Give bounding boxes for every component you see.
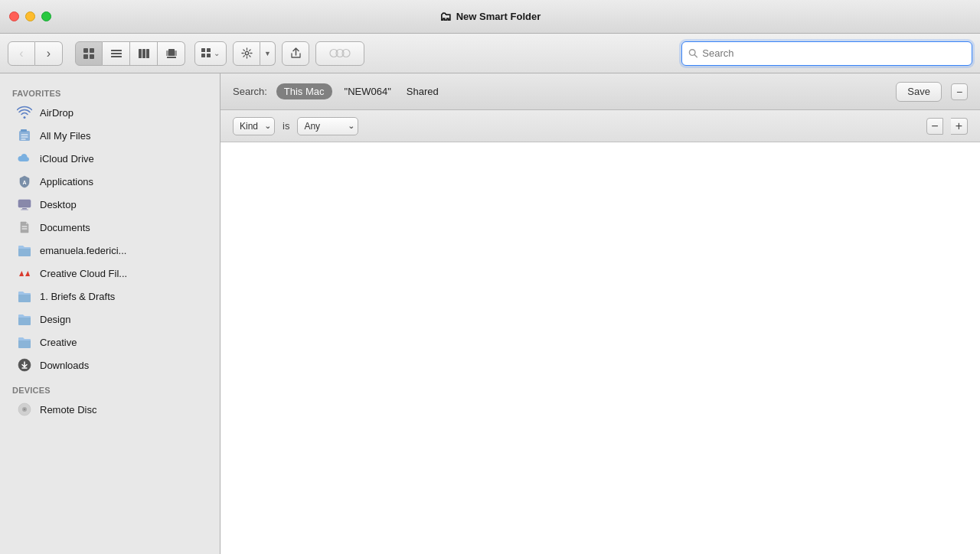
search-box[interactable] <box>681 41 972 66</box>
sidebar-item-label: Creative <box>40 337 77 348</box>
gear-chevron-icon: ▼ <box>264 50 271 57</box>
sidebar-item-remote-disc[interactable]: Remote Disc <box>5 398 215 421</box>
content-area: Search: This Mac "NEW064" Shared Save − … <box>220 73 980 554</box>
svg-rect-3 <box>90 54 94 59</box>
sidebar-item-label: Downloads <box>40 360 89 371</box>
search-icon <box>688 48 697 58</box>
svg-rect-17 <box>207 54 211 57</box>
svg-rect-32 <box>21 210 28 210</box>
sidebar-item-label: Applications <box>40 176 93 187</box>
sidebar-item-all-my-files[interactable]: All My Files <box>5 124 215 147</box>
window-title: 🗂 New Smart Folder <box>439 10 541 24</box>
search-label: Search: <box>233 86 267 97</box>
remove-filter-button[interactable]: − <box>926 118 943 135</box>
wifi-icon <box>17 105 32 120</box>
applications-icon: A <box>17 174 32 189</box>
this-mac-option[interactable]: This Mac <box>276 83 332 99</box>
svg-rect-13 <box>167 57 176 58</box>
favorites-label: Favorites <box>0 80 220 101</box>
close-button[interactable] <box>9 11 19 21</box>
file-content-area <box>220 142 980 554</box>
svg-rect-4 <box>111 50 122 51</box>
group-icon <box>201 48 212 59</box>
save-button[interactable]: Save <box>896 82 942 102</box>
desktop-icon <box>17 197 32 212</box>
title-folder-icon: 🗂 <box>439 10 452 24</box>
sidebar-item-airdrop[interactable]: AirDrop <box>5 101 215 124</box>
back-button[interactable]: ‹ <box>8 41 35 66</box>
toolbar: ‹ › <box>0 34 980 73</box>
title-bar: 🗂 New Smart Folder <box>0 0 980 34</box>
share-button[interactable] <box>282 41 309 66</box>
kind-select-wrapper: Kind ⌄ <box>233 117 275 135</box>
filter-row: Kind ⌄ is Any ⌄ − + <box>220 110 980 142</box>
sidebar-item-label: Creative Cloud Fil... <box>40 268 127 279</box>
tag-button[interactable] <box>315 41 364 66</box>
svg-rect-1 <box>90 48 94 53</box>
svg-rect-15 <box>207 48 211 52</box>
remove-search-button[interactable]: − <box>951 83 968 100</box>
action-button-group: ▼ <box>233 41 276 66</box>
main-area: Favorites AirDrop <box>0 73 980 554</box>
folder-icon <box>17 334 32 350</box>
svg-rect-7 <box>139 49 142 58</box>
svg-rect-2 <box>83 54 88 59</box>
gear-button[interactable] <box>233 41 260 66</box>
forward-icon: › <box>47 47 51 60</box>
sidebar-item-downloads[interactable]: Downloads <box>5 354 215 376</box>
folder-icon <box>17 311 32 327</box>
cloud-icon <box>17 151 32 166</box>
sidebar-item-creative-cloud[interactable]: Creative Cloud Fil... <box>5 262 215 285</box>
list-view-button[interactable] <box>103 41 130 66</box>
sidebar-item-briefs-drafts[interactable]: 1. Briefs & Drafts <box>5 285 215 308</box>
add-filter-button[interactable]: + <box>951 118 968 135</box>
group-by-button[interactable]: ⌄ <box>194 41 227 66</box>
minimize-button[interactable] <box>25 11 35 21</box>
sidebar-item-icloud-drive[interactable]: iCloud Drive <box>5 147 215 170</box>
svg-rect-12 <box>175 51 177 56</box>
svg-rect-25 <box>21 129 27 132</box>
columns-icon <box>138 47 150 60</box>
new064-option[interactable]: "NEW064" <box>341 84 394 99</box>
gear-chevron-button[interactable]: ▼ <box>260 41 276 66</box>
svg-rect-0 <box>83 48 88 53</box>
files-icon <box>17 128 32 143</box>
documents-icon <box>17 220 32 235</box>
sidebar-item-design[interactable]: Design <box>5 308 215 331</box>
svg-point-39 <box>24 409 25 410</box>
svg-rect-8 <box>142 49 145 58</box>
search-input[interactable] <box>702 47 965 59</box>
traffic-lights <box>9 11 51 21</box>
list-icon <box>110 47 122 60</box>
any-select-wrapper: Any ⌄ <box>297 117 358 135</box>
sidebar-item-desktop[interactable]: Desktop <box>5 193 215 216</box>
svg-rect-9 <box>146 49 149 58</box>
shared-option[interactable]: Shared <box>403 84 442 99</box>
sidebar-item-applications[interactable]: A Applications <box>5 170 215 193</box>
svg-rect-16 <box>201 54 205 57</box>
svg-rect-31 <box>22 208 27 210</box>
sidebar-item-label: iCloud Drive <box>40 153 94 165</box>
coverflow-icon <box>165 47 178 60</box>
sidebar-item-creative[interactable]: Creative <box>5 331 215 354</box>
forward-button[interactable]: › <box>35 41 63 66</box>
folder-icon <box>17 243 32 258</box>
maximize-button[interactable] <box>41 11 51 21</box>
creative-cloud-icon <box>17 266 32 281</box>
svg-rect-14 <box>201 48 205 52</box>
column-view-button[interactable] <box>130 41 158 66</box>
coverflow-view-button[interactable] <box>158 41 185 66</box>
sidebar-item-documents[interactable]: Documents <box>5 216 215 239</box>
svg-rect-10 <box>168 49 175 56</box>
sidebar: Favorites AirDrop <box>0 73 220 554</box>
nav-button-group: ‹ › <box>8 41 63 66</box>
sidebar-item-label: Desktop <box>40 199 77 210</box>
disc-icon <box>17 402 32 417</box>
download-icon <box>17 357 32 373</box>
share-icon <box>290 47 302 59</box>
icon-view-button[interactable] <box>75 41 103 66</box>
any-select[interactable]: Any <box>297 117 358 135</box>
sidebar-item-label: 1. Briefs & Drafts <box>40 291 115 302</box>
kind-select[interactable]: Kind <box>233 117 275 135</box>
sidebar-item-emanuela[interactable]: emanuela.federici... <box>5 239 215 262</box>
